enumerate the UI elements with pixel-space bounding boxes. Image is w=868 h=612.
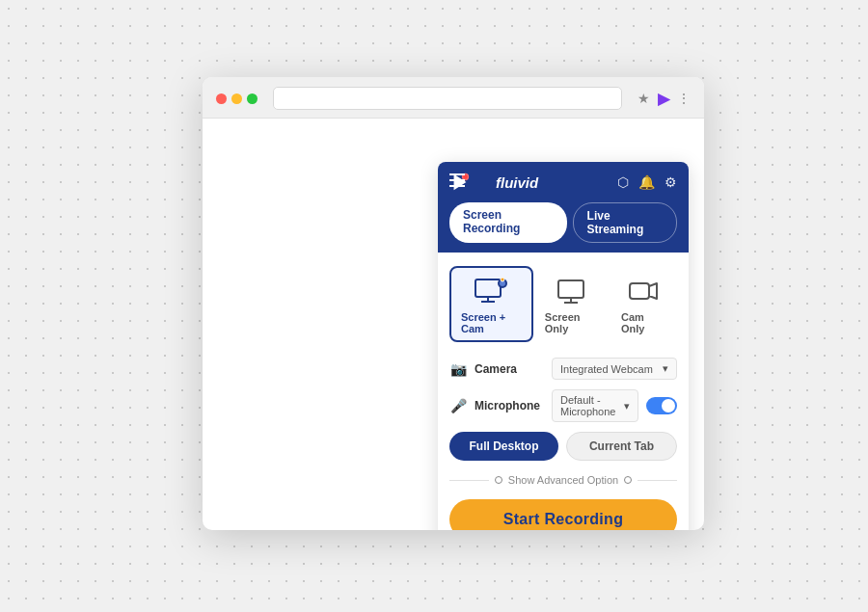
start-recording-button[interactable]: Start Recording (449, 499, 677, 530)
camera-dropdown[interactable]: Integrated Webcam ▾ (552, 358, 677, 380)
full-desktop-button[interactable]: Full Desktop (449, 432, 558, 461)
extension-content: Screen + Cam Screen Only (438, 253, 689, 530)
camera-value: Integrated Webcam (560, 363, 653, 375)
svg-rect-4 (449, 179, 465, 181)
svg-rect-15 (630, 283, 649, 299)
microphone-dropdown[interactable]: Default - Microphone ▾ (552, 389, 638, 422)
address-bar[interactable] (273, 87, 622, 110)
microphone-label: Microphone (475, 399, 544, 412)
extension-tabs: Screen Recording Live Streaming (438, 202, 689, 253)
bell-icon[interactable]: 🔔 (638, 174, 655, 190)
advanced-circle-right (624, 476, 632, 484)
mode-screen-only-label: Screen Only (545, 311, 598, 334)
extension-icon[interactable]: ▶ (658, 90, 669, 108)
mode-screen-cam[interactable]: Screen + Cam (449, 266, 533, 342)
header-action-icons: ⬡ 🔔 ⚙ (617, 174, 677, 190)
advanced-option-text[interactable]: Show Advanced Option (508, 474, 618, 486)
advanced-option-row: Show Advanced Option (449, 474, 677, 486)
svg-marker-16 (649, 283, 657, 299)
tab-screen-recording[interactable]: Screen Recording (449, 202, 567, 243)
current-tab-button[interactable]: Current Tab (566, 432, 677, 461)
browser-toolbar-icons: ★ ▶ ⋮ (637, 90, 691, 108)
settings-icon[interactable]: ⚙ (665, 174, 677, 190)
microphone-toggle[interactable] (646, 397, 677, 414)
hamburger-icon[interactable] (449, 173, 465, 187)
svg-rect-6 (475, 279, 501, 297)
menu-icon[interactable]: ⋮ (677, 91, 691, 106)
screen-only-icon-box (552, 276, 590, 306)
screen-cam-icon-box (472, 276, 510, 306)
extension-header: fluivid ⬡ 🔔 ⚙ (438, 162, 689, 202)
svg-rect-12 (558, 280, 583, 298)
mode-screen-cam-label: Screen + Cam (461, 311, 522, 334)
svg-rect-3 (449, 173, 465, 175)
maximize-button[interactable] (247, 93, 258, 104)
camera-label: Camera (475, 362, 544, 376)
source-buttons: Full Desktop Current Tab (449, 432, 677, 461)
mode-cam-only-label: Cam Only (621, 311, 665, 334)
browser-window: ★ ▶ ⋮ fluivid (203, 77, 704, 530)
advanced-line-right (637, 480, 677, 481)
tab-live-streaming[interactable]: Live Streaming (573, 202, 677, 243)
minimize-button[interactable] (231, 93, 242, 104)
extension-logo: fluivid (449, 172, 538, 193)
mode-icons-row: Screen + Cam Screen Only (449, 266, 677, 342)
screen-only-icon (552, 276, 590, 306)
close-button[interactable] (216, 93, 227, 104)
camera-chevron: ▾ (663, 362, 668, 375)
mode-cam-only[interactable]: Cam Only (610, 266, 677, 342)
microphone-row: 🎤 Microphone Default - Microphone ▾ (449, 389, 677, 422)
camera-row: 📷 Camera Integrated Webcam ▾ (449, 358, 677, 380)
svg-point-11 (501, 278, 504, 281)
extension-popup: fluivid ⬡ 🔔 ⚙ Screen Recording Live Stre… (438, 162, 689, 530)
screen-cam-icon (472, 276, 510, 306)
advanced-circle-left (495, 476, 502, 484)
browser-chrome: ★ ▶ ⋮ (203, 77, 704, 119)
advanced-line-left (449, 480, 489, 481)
cam-only-icon (624, 276, 663, 306)
microphone-value: Default - Microphone (560, 394, 624, 417)
mode-screen-only[interactable]: Screen Only (533, 266, 610, 342)
star-icon[interactable]: ★ (637, 91, 650, 106)
svg-rect-5 (449, 185, 465, 187)
microphone-icon: 🎤 (449, 398, 467, 413)
microphone-chevron: ▾ (624, 400, 630, 412)
cam-only-icon-box (624, 276, 663, 306)
traffic-lights (216, 93, 258, 104)
logo-text: fluivid (496, 174, 538, 191)
camera-icon: 📷 (449, 361, 467, 377)
save-icon[interactable]: ⬡ (617, 174, 629, 190)
